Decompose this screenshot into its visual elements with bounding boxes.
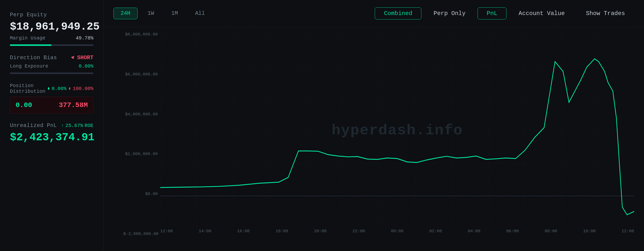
unrealized-roe: 25.67% [65,123,83,128]
show-trades-button[interactable]: Show Trades [577,8,634,20]
mode-combined-button[interactable]: Combined [375,8,421,20]
x-label-7: 02:00 [429,229,442,236]
y-label-neg2m: $-2,000,000.00 [123,232,158,236]
margin-usage-row: Margin Usage 49.78% [10,35,94,41]
margin-usage-label: Margin Usage [10,35,45,41]
x-label-2: 16:00 [237,229,250,236]
time-btn-all[interactable]: All [188,8,212,19]
svg-rect-0 [160,32,634,229]
position-distribution-section: Position Distribution 0.00% 100.00% 0.00… [10,83,94,114]
direction-bias-section: Direction Bias SHORT Long Exposure 0.00% [10,55,94,74]
x-label-8: 04:00 [468,229,480,236]
long-exposure-bar [10,72,94,74]
margin-usage-bar [10,44,94,46]
x-label-0: 12:00 [160,229,173,236]
pos-dist-red-dot [69,87,70,90]
mode-account-button[interactable]: Account Value [510,8,574,20]
y-label-8m: $8,000,000.00 [123,32,158,37]
unrealized-label: Unrealized PnL [10,122,57,129]
x-label-9: 06:00 [506,229,519,236]
perp-equity-value: $18,961,949.25 [10,20,94,33]
long-exposure-label: Long Exposure [10,63,48,69]
long-exposure-pct: 0.00% [79,63,94,69]
long-exposure-row: Long Exposure 0.00% [10,63,94,69]
direction-bias-row: Direction Bias SHORT [10,55,94,61]
x-label-12: 12:00 [622,229,634,236]
right-panel: 24H 1W 1M All Combined Perp Only PnL Acc… [104,0,644,251]
time-btn-24h[interactable]: 24H [114,8,138,19]
time-btn-1m[interactable]: 1M [164,8,185,19]
mode-perp-button[interactable]: Perp Only [424,8,474,20]
y-axis: $8,000,000.00 $6,000,000.00 $4,000,000.0… [123,32,158,236]
pos-dist-green-pct: 0.00% [52,86,66,92]
top-bar: 24H 1W 1M All Combined Perp Only PnL Acc… [104,0,644,27]
x-label-4: 20:00 [314,229,327,236]
chart-area: $8,000,000.00 $6,000,000.00 $4,000,000.0… [123,32,634,236]
x-label-1: 14:00 [199,229,211,236]
pos-val-left: 0.00 [16,101,32,109]
perp-equity-section: Perp Equity $18,961,949.25 Margin Usage … [10,12,94,46]
left-panel: Perp Equity $18,961,949.25 Margin Usage … [0,0,104,251]
direction-value: SHORT [77,55,94,61]
pos-val-right: 377.58M [59,101,88,109]
margin-usage-pct: 49.78% [76,35,94,41]
chart-container: $8,000,000.00 $6,000,000.00 $4,000,000.0… [104,27,644,251]
pos-dist-red-pct: 100.00% [73,86,94,92]
pos-dist-header: Position Distribution 0.00% 100.00% [10,83,94,94]
x-label-6: 00:00 [391,229,403,236]
roe-label: ROE [84,123,94,128]
up-arrow-icon: ↑ [61,123,64,128]
time-btn-1w[interactable]: 1W [140,8,161,19]
mode-pnl-button[interactable]: PnL [478,8,506,20]
pos-values-box: 0.00 377.58M [10,97,94,114]
margin-usage-fill [10,44,52,46]
roe-badge: ↑ 25.67% ROE [61,123,94,128]
x-label-10: 08:00 [545,229,557,236]
chart-svg-wrapper: hyperdash.info [160,32,634,229]
y-label-6m: $6,000,000.00 [123,72,158,77]
x-label-5: 22:00 [352,229,365,236]
chart-svg [160,32,634,229]
y-label-2m: $2,000,000.00 [123,152,158,156]
x-axis: 12:00 14:00 16:00 18:00 20:00 22:00 00:0… [160,229,634,236]
pos-dist-label: Position Distribution [10,83,45,94]
x-label-3: 18:00 [276,229,288,236]
unrealized-header: Unrealized PnL ↑ 25.67% ROE [10,122,94,129]
y-label-0: $0.00 [123,192,158,196]
perp-equity-label: Perp Equity [10,12,94,18]
pos-dist-green-dot [48,87,49,90]
direction-bias-label: Direction Bias [10,55,57,61]
unrealized-value: $2,423,374.91 [10,131,94,144]
unrealized-pnl-section: Unrealized PnL ↑ 25.67% ROE $2,423,374.9… [10,122,94,144]
short-badge: SHORT [71,55,94,61]
x-label-11: 10:00 [583,229,596,236]
y-label-4m: $4,000,000.00 [123,112,158,116]
short-arrow-icon [71,56,75,60]
